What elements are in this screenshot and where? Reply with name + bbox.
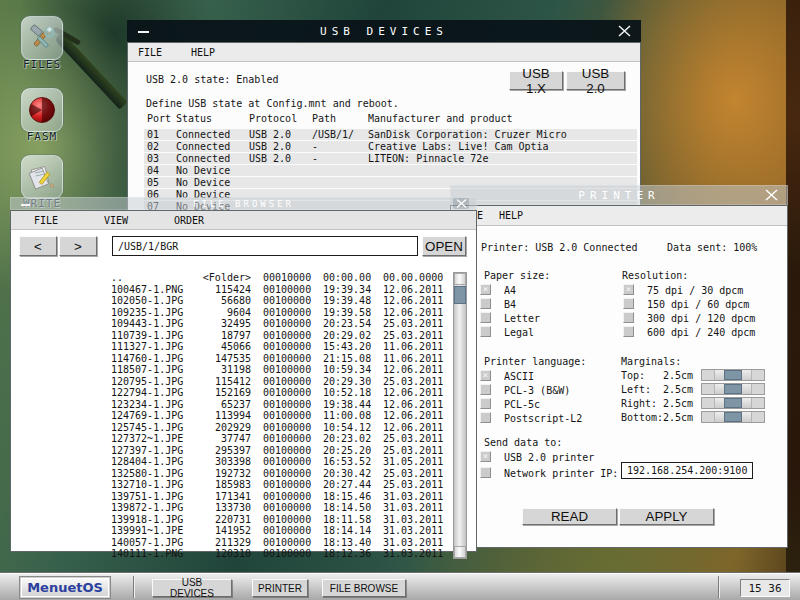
nav-back-button[interactable]: < <box>19 236 57 256</box>
file-row[interactable]: 128404-1.JPG 303398 00100000 16:53.52 31… <box>11 456 456 468</box>
file-row[interactable]: 140057-1.JPG 211329 00100000 18:13.40 31… <box>11 537 456 549</box>
file-row[interactable]: 100467-1.PNG 115424 00100000 19:39.34 12… <box>11 284 456 296</box>
margin-slider[interactable] <box>701 397 765 409</box>
printer-window-titlebar[interactable]: PRINTER <box>450 185 788 205</box>
printer-language-option[interactable]: PCL-3 (B&W) <box>480 384 620 398</box>
apply-button[interactable]: APPLY <box>619 508 714 525</box>
slider-thumb[interactable] <box>724 384 742 394</box>
file-row[interactable]: 109443-1.JPG 32495 00100000 20:23.54 25.… <box>11 318 456 330</box>
file-row[interactable]: 123234-1.JPG 65237 00100000 19:38.44 12.… <box>11 399 456 411</box>
desktop-icon-fasm-label[interactable]: FASM <box>9 130 75 143</box>
checkbox[interactable] <box>623 298 634 309</box>
file-row[interactable]: 140111-1.PNG 120310 00100000 18:12.36 31… <box>11 548 456 560</box>
margin-slider[interactable] <box>701 369 765 381</box>
close-icon[interactable] <box>453 198 469 209</box>
scrollbar-thumb[interactable] <box>454 286 466 304</box>
file-row[interactable]: 102050-1.JPG 56680 00100000 19:39.48 12.… <box>11 295 456 307</box>
checkbox[interactable] <box>480 398 491 409</box>
file-row[interactable]: 125745-1.JPG 202929 00100000 10:54.12 12… <box>11 422 456 434</box>
usb-20-button[interactable]: USB 2.0 <box>566 71 625 90</box>
menu-view[interactable]: VIEW <box>104 215 128 226</box>
usb-port-row[interactable]: 02 Connected USB 2.0 - Creative Labs: Li… <box>128 141 640 152</box>
checkbox[interactable] <box>480 326 491 337</box>
file-row[interactable]: 139918-1.JPG 220731 00100000 18:11.58 31… <box>11 514 456 526</box>
close-icon[interactable] <box>764 188 778 201</box>
checkbox[interactable] <box>480 451 491 462</box>
paper-size-option[interactable]: A4 <box>480 284 620 298</box>
menu-order[interactable]: ORDER <box>174 215 204 226</box>
file-row[interactable]: 127397-1.JPG 295397 00100000 20:25.20 25… <box>11 445 456 457</box>
file-row[interactable]: 124769-1.JPG 113994 00100000 11:00.08 12… <box>11 410 456 422</box>
checkbox[interactable] <box>480 298 491 309</box>
file-row[interactable]: 109235-1.JPG 9604 00100000 19:39.58 12.0… <box>11 307 456 319</box>
resolution-option[interactable]: 75 dpi / 30 dpcm <box>623 284 783 298</box>
checkbox[interactable] <box>623 284 634 295</box>
usb-1x-button[interactable]: USB 1.X <box>509 71 563 90</box>
file-row[interactable]: .. <Folder> 00010000 00:00.00 00.00.0000 <box>11 272 456 284</box>
scrollbar-top-cap[interactable] <box>454 273 466 285</box>
option-label: Postscript-L2 <box>504 413 582 424</box>
margin-slider[interactable] <box>701 383 765 395</box>
file-row[interactable]: 132580-1.JPG 192732 00100000 20:30.42 25… <box>11 468 456 480</box>
checkbox[interactable] <box>480 370 491 381</box>
printer-language-option[interactable]: Postscript-L2 <box>480 412 620 426</box>
paper-size-option[interactable]: Legal <box>480 326 620 340</box>
file-browser-titlebar[interactable]: FILE BROWSER <box>10 197 477 210</box>
menu-file[interactable]: FILE <box>34 215 58 226</box>
task-button-file-browse[interactable]: FILE BROWSE <box>322 579 406 597</box>
file-row[interactable]: 139872-1.JPG 133730 00100000 18:14.50 31… <box>11 502 456 514</box>
file-row[interactable]: 139991~1.JPE 141952 00100000 18:14.14 31… <box>11 525 456 537</box>
menu-help[interactable]: HELP <box>499 210 523 221</box>
read-button[interactable]: READ <box>522 508 617 525</box>
file-row[interactable]: 127372~1.JPE 37747 00100000 20:23.02 25.… <box>11 433 456 445</box>
printer-language-option[interactable]: PCL-5c <box>480 398 620 412</box>
desktop-icon-files[interactable] <box>21 16 63 60</box>
checkbox[interactable] <box>480 284 491 295</box>
path-input[interactable] <box>112 236 418 256</box>
resolution-option[interactable]: 600 dpi / 240 dpcm <box>623 326 783 340</box>
checkbox[interactable] <box>480 312 491 323</box>
usb-window-titlebar[interactable]: USB DEVICES <box>127 20 641 42</box>
task-button-printer[interactable]: PRINTER <box>252 579 308 597</box>
minimize-icon[interactable] <box>138 31 149 33</box>
file-row[interactable]: 111327-1.JPG 45066 00100000 15:43.20 11.… <box>11 341 456 353</box>
nav-forward-button[interactable]: > <box>59 236 97 256</box>
desktop-icon-write[interactable] <box>21 155 63 199</box>
taskbar-clock[interactable]: 15 36 <box>740 579 790 597</box>
close-icon[interactable] <box>617 24 631 37</box>
open-button[interactable]: OPEN <box>422 236 466 256</box>
printer-language-option[interactable]: ASCII <box>480 370 620 384</box>
usb-port-row[interactable]: 04 No Device <box>128 165 640 176</box>
file-row[interactable]: 118507-1.JPG 31198 00100000 10:59.34 12.… <box>11 364 456 376</box>
resolution-option[interactable]: 300 dpi / 120 dpcm <box>623 312 783 326</box>
usb-port-row[interactable]: 03 Connected USB 2.0 - LITEON: Pinnacle … <box>128 153 640 164</box>
desktop-icon-files-label[interactable]: FILES <box>9 58 75 71</box>
minimize-icon[interactable] <box>21 204 30 206</box>
slider-thumb[interactable] <box>724 370 742 380</box>
file-row[interactable]: 120795-1.JPG 115412 00100000 20:29.30 25… <box>11 376 456 388</box>
file-row[interactable]: 139751-1.JPG 171341 00100000 18:15.46 31… <box>11 491 456 503</box>
margin-slider[interactable] <box>701 411 765 423</box>
resolution-option[interactable]: 150 dpi / 60 dpcm <box>623 298 783 312</box>
network-printer-ip-input[interactable] <box>621 462 753 479</box>
file-row[interactable]: 114760-1.JPG 147535 00100000 21:15.08 11… <box>11 353 456 365</box>
desktop-icon-fasm[interactable] <box>21 88 63 132</box>
file-list-scrollbar[interactable] <box>453 272 467 559</box>
checkbox[interactable] <box>480 467 491 478</box>
task-button-usb-devices[interactable]: USB DEVICES <box>152 579 232 597</box>
file-row[interactable]: 122794-1.JPG 152169 00100000 10:52.18 12… <box>11 387 456 399</box>
scrollbar-bottom-cap[interactable] <box>454 546 466 558</box>
paper-size-option[interactable]: Letter <box>480 312 620 326</box>
menu-help[interactable]: HELP <box>191 47 215 58</box>
file-row[interactable]: 132710-1.JPG 185983 00100000 20:27.44 25… <box>11 479 456 491</box>
slider-thumb[interactable] <box>724 412 742 422</box>
checkbox[interactable] <box>480 412 491 423</box>
paper-size-option[interactable]: B4 <box>480 298 620 312</box>
slider-thumb[interactable] <box>724 398 742 408</box>
menu-file[interactable]: FILE <box>138 47 162 58</box>
file-row[interactable]: 110739-1.JPG 18797 00100000 20:29.02 25.… <box>11 330 456 342</box>
checkbox[interactable] <box>623 312 634 323</box>
usb-port-row[interactable]: 01 Connected USB 2.0 /USB/1/ SanDisk Cor… <box>128 129 640 140</box>
checkbox[interactable] <box>623 326 634 337</box>
checkbox[interactable] <box>480 384 491 395</box>
